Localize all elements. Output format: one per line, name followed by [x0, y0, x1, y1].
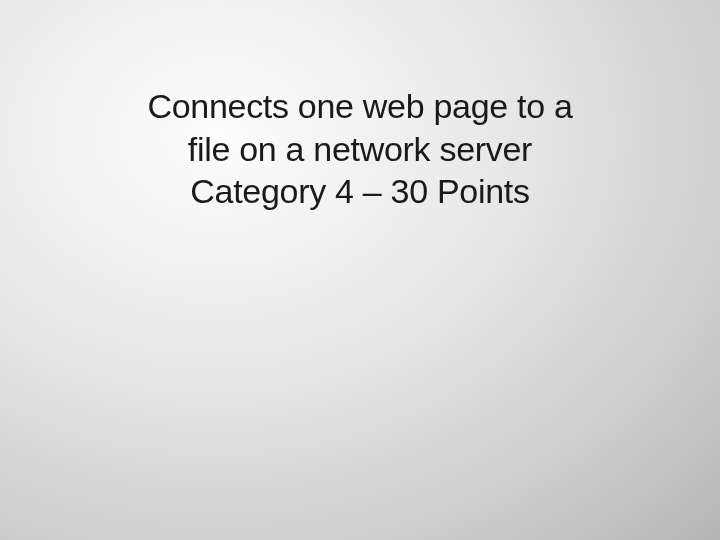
slide-line-3: Category 4 – 30 Points: [0, 170, 720, 213]
slide-line-1: Connects one web page to a: [0, 85, 720, 128]
slide-text-block: Connects one web page to a file on a net…: [0, 85, 720, 213]
slide-line-2: file on a network server: [0, 128, 720, 171]
slide-container: Connects one web page to a file on a net…: [0, 0, 720, 540]
